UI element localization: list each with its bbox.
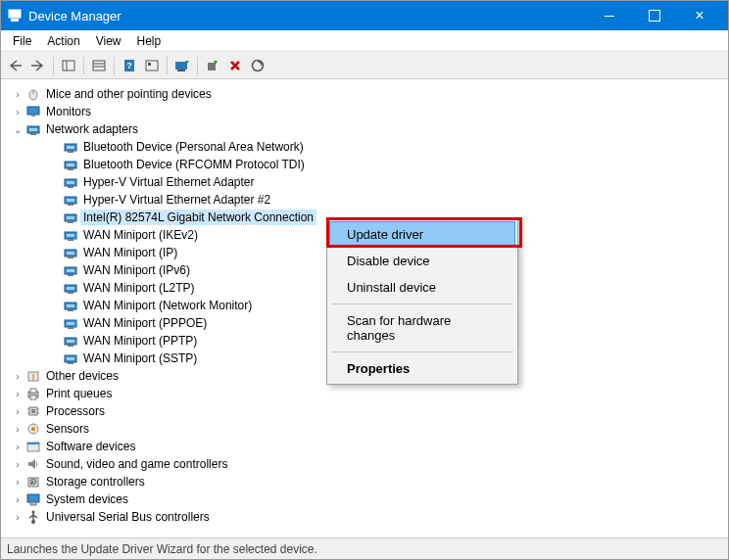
svg-rect-26	[68, 168, 73, 170]
tree-category-label: Universal Serial Bus controllers	[44, 510, 212, 524]
tree-item[interactable]: Bluetooth Device (Personal Area Network)	[1, 138, 728, 156]
tree-item[interactable]: Hyper-V Virtual Ethernet Adapter	[1, 173, 728, 191]
tree-category[interactable]: ›Monitors	[1, 103, 728, 120]
enable-device-button[interactable]	[202, 55, 223, 76]
tree-category-label: Software devices	[44, 440, 137, 453]
svg-point-80	[32, 511, 35, 514]
svg-rect-47	[68, 292, 73, 294]
properties-button[interactable]	[88, 55, 110, 76]
tree-category[interactable]: ›Software devices	[1, 438, 728, 455]
network-icon	[62, 315, 79, 331]
svg-rect-0	[9, 10, 21, 18]
chevron-right-icon[interactable]: ›	[11, 89, 24, 100]
svg-rect-78	[27, 494, 39, 502]
minimize-button[interactable]	[587, 1, 632, 30]
tree-category-label: Processors	[44, 404, 107, 418]
help-button[interactable]: ?	[119, 55, 140, 76]
tree-item[interactable]: Bluetooth Device (RFCOMM Protocol TDI)	[1, 156, 728, 173]
network-icon	[62, 227, 79, 243]
toolbar-separator	[114, 57, 115, 74]
titlebar: Device Manager ×	[1, 1, 728, 30]
cpu-icon	[24, 403, 42, 419]
chevron-right-icon[interactable]: ›	[11, 406, 24, 417]
svg-rect-2	[63, 61, 74, 70]
tree-item-label: Intel(R) 82574L Gigabit Network Connecti…	[81, 210, 316, 224]
svg-rect-27	[67, 163, 74, 166]
context-menu-item[interactable]: Properties	[329, 355, 515, 382]
tree-item-label: WAN Miniport (L2TP)	[81, 281, 197, 295]
context-menu: Update driverDisable deviceUninstall dev…	[326, 218, 518, 385]
chevron-right-icon[interactable]: ›	[11, 389, 24, 399]
chevron-right-icon[interactable]: ›	[11, 459, 24, 470]
tree-category[interactable]: ›Sound, video and game controllers	[1, 455, 728, 473]
network-icon	[62, 139, 79, 155]
tree-category[interactable]: ›Storage controllers	[1, 473, 728, 490]
maximize-button[interactable]	[632, 1, 677, 30]
chevron-right-icon[interactable]: ›	[11, 494, 24, 505]
chevron-right-icon[interactable]: ›	[11, 371, 24, 382]
tree-item[interactable]: Hyper-V Virtual Ethernet Adapter #2	[1, 191, 728, 209]
sensor-icon	[24, 421, 42, 437]
chevron-right-icon[interactable]: ›	[11, 512, 24, 523]
tree-category-label: Sound, video and game controllers	[44, 457, 229, 471]
chevron-down-icon[interactable]: ⌄	[11, 124, 24, 135]
svg-rect-24	[67, 146, 74, 149]
context-menu-item[interactable]: Update driver	[329, 221, 515, 248]
other-icon: !	[24, 368, 42, 384]
svg-rect-67	[31, 409, 35, 413]
tree-item-label: WAN Miniport (IPv6)	[81, 263, 192, 277]
toolbar-separator	[83, 57, 84, 74]
menu-action[interactable]: Action	[39, 32, 87, 50]
svg-rect-60	[67, 357, 74, 360]
tree-category[interactable]: ›Sensors	[1, 420, 728, 438]
tree-item-label: WAN Miniport (IP)	[81, 246, 179, 259]
chevron-right-icon[interactable]: ›	[11, 424, 24, 435]
svg-rect-10	[148, 63, 151, 66]
mouse-icon	[24, 86, 42, 102]
network-icon	[62, 174, 79, 190]
svg-rect-33	[67, 199, 74, 202]
action-button[interactable]	[141, 55, 163, 76]
audio-icon	[24, 456, 42, 472]
svg-rect-42	[67, 252, 74, 255]
svg-text:?: ?	[126, 61, 132, 70]
svg-rect-13	[208, 63, 216, 70]
uninstall-device-button[interactable]	[224, 55, 246, 76]
chevron-right-icon[interactable]: ›	[11, 477, 24, 488]
tree-category[interactable]: ›Processors	[1, 402, 728, 420]
scan-hardware-button[interactable]	[247, 55, 268, 76]
menu-help[interactable]: Help	[129, 32, 170, 50]
tree-item-label: WAN Miniport (SSTP)	[81, 351, 199, 365]
update-driver-button[interactable]	[171, 55, 193, 76]
tree-item-label: WAN Miniport (Network Monitor)	[81, 299, 254, 312]
tree-category[interactable]: ›System devices	[1, 490, 728, 508]
svg-rect-12	[177, 70, 185, 71]
tree-category[interactable]: ›Mice and other pointing devices	[1, 85, 728, 103]
close-button[interactable]: ×	[677, 1, 722, 30]
network-icon	[62, 350, 79, 366]
back-button[interactable]	[5, 55, 26, 76]
menu-file[interactable]: File	[5, 32, 39, 50]
svg-rect-9	[146, 61, 158, 70]
context-menu-item[interactable]: Disable device	[329, 248, 515, 274]
network-icon	[62, 298, 79, 313]
svg-rect-57	[67, 340, 74, 343]
storage-icon	[24, 474, 42, 490]
tree-category[interactable]: ⌄Network adapters	[1, 120, 728, 138]
tree-item-label: Hyper-V Virtual Ethernet Adapter #2	[81, 193, 272, 207]
toolbar: ?	[1, 52, 728, 79]
chevron-right-icon[interactable]: ›	[11, 442, 24, 452]
tree-category[interactable]: ›Print queues	[1, 385, 728, 402]
tree-category[interactable]: ›Universal Serial Bus controllers	[1, 508, 728, 526]
context-menu-item[interactable]: Scan for hardware changes	[329, 307, 515, 349]
network-icon	[62, 333, 79, 349]
show-hide-console-tree-button[interactable]	[58, 55, 79, 76]
menu-view[interactable]: View	[88, 32, 129, 50]
tree-item-label: Bluetooth Device (Personal Area Network)	[81, 140, 306, 154]
forward-button[interactable]	[27, 55, 49, 76]
chevron-right-icon[interactable]: ›	[11, 107, 24, 117]
context-menu-item[interactable]: Uninstall device	[329, 274, 515, 301]
svg-rect-32	[68, 204, 73, 206]
svg-rect-44	[68, 274, 73, 276]
svg-rect-45	[67, 269, 74, 272]
